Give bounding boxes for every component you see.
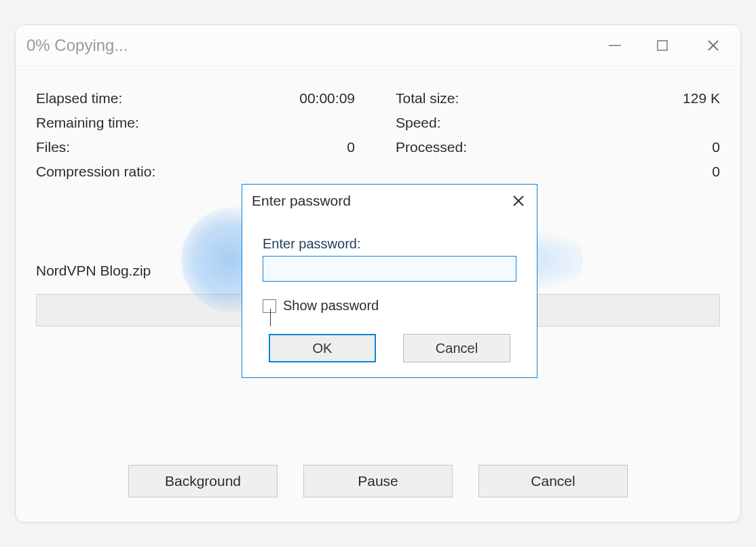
processed-value: 0 <box>572 139 720 155</box>
pause-button[interactable]: Pause <box>303 465 453 497</box>
dialog-body: Enter password: Show password <box>242 217 537 318</box>
elapsed-time-label: Elapsed time: <box>36 90 260 107</box>
enter-password-dialog: Enter password Enter password: Show pass… <box>242 184 537 378</box>
dialog-cancel-button[interactable]: Cancel <box>403 334 510 362</box>
close-icon <box>512 195 525 207</box>
dialog-titlebar: Enter password <box>242 185 537 217</box>
show-password-checkbox[interactable] <box>263 299 276 313</box>
total-size-label: Total size: <box>368 90 572 107</box>
show-password-label: Show password <box>283 298 379 314</box>
window-controls <box>591 25 740 66</box>
compression-ratio-label: Compression ratio: <box>36 164 260 180</box>
restore-icon <box>657 40 668 51</box>
files-label: Files: <box>36 139 260 155</box>
cancel-button[interactable]: Cancel <box>478 465 628 497</box>
password-input[interactable] <box>263 256 516 282</box>
close-icon <box>707 39 719 52</box>
text-caret-icon <box>270 309 271 326</box>
files-value: 0 <box>260 139 368 155</box>
row4-right-value: 0 <box>572 164 720 180</box>
copying-window: 0% Copying... Elapsed time: 00:00:09 Tot… <box>15 24 741 523</box>
dialog-close-button[interactable] <box>500 185 537 217</box>
stats-panel: Elapsed time: 00:00:09 Total size: 129 K… <box>36 86 720 184</box>
bottom-button-row: Background Pause Cancel <box>16 465 740 497</box>
processed-label: Processed: <box>368 139 572 155</box>
filename-label: NordVPN Blog.zip <box>36 263 151 279</box>
show-password-row: Show password <box>263 298 516 314</box>
ok-button[interactable]: OK <box>269 334 376 362</box>
close-button[interactable] <box>686 25 740 66</box>
window-title: 0% Copying... <box>26 36 128 55</box>
total-size-value: 129 K <box>572 90 720 107</box>
minimize-button[interactable] <box>591 25 639 66</box>
speed-label: Speed: <box>368 115 572 131</box>
remaining-time-label: Remaining time: <box>36 115 260 131</box>
restore-button[interactable] <box>639 25 686 66</box>
dialog-title: Enter password <box>252 193 351 209</box>
minimize-icon <box>609 45 621 46</box>
background-button[interactable]: Background <box>128 465 278 497</box>
password-field-label: Enter password: <box>263 236 516 252</box>
dialog-button-row: OK Cancel <box>242 318 537 377</box>
elapsed-time-value: 00:00:09 <box>260 90 368 107</box>
